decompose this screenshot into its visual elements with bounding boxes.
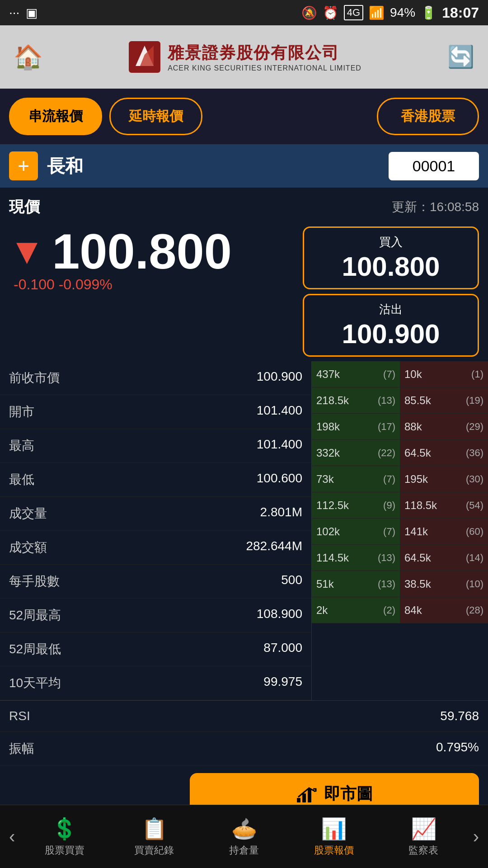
sell-label: 沽出: [313, 302, 469, 317]
logo-main-text: 雅景證券股份有限公司: [168, 42, 339, 64]
nav-item-positions[interactable]: 🥧 持倉量: [199, 816, 289, 857]
stock-name-row: + 長和: [0, 144, 488, 188]
trade-label: 股票買賣: [45, 844, 84, 857]
ob-row-3: 198k (17) 88k (29): [312, 414, 488, 440]
down-arrow-icon: ▼: [9, 233, 45, 269]
delayed-tab[interactable]: 延時報價: [109, 98, 202, 135]
ob-ask-10: 84k (28): [400, 597, 488, 623]
header: 🏠 雅景證券股份有限公司 ACER KING SECURITIES INTERN…: [0, 25, 488, 89]
ob-bid-4: 332k (22): [312, 440, 400, 466]
logo-svg-icon: [129, 41, 160, 73]
battery-icon: 🔋: [421, 5, 436, 20]
stat-prev-close: 前收市價 100.900: [0, 361, 311, 395]
nav-item-records[interactable]: 📋 買賣紀錄: [109, 816, 199, 857]
ob-row-1: 437k (7) 10k (1): [312, 361, 488, 387]
watchlist-icon: 📈: [411, 816, 436, 841]
chart-icon: [296, 785, 317, 803]
current-price-label: 現價: [9, 197, 40, 217]
nav-item-trade[interactable]: 💲 股票買賣: [19, 816, 109, 857]
positions-label: 持倉量: [229, 844, 259, 857]
quotes-icon: 📊: [321, 816, 347, 841]
ob-ask-9: 38.5k (10): [400, 571, 488, 597]
status-bar: ··· ▣ 🔕 ⏰ 4G 📶 94% 🔋 18:07: [0, 0, 488, 25]
ob-ask-7: 141k (60): [400, 519, 488, 544]
buy-price-value: 100.800: [313, 252, 469, 282]
vibration-row: 振幅 0.795%: [0, 732, 488, 766]
stock-code-input[interactable]: [389, 152, 479, 180]
ob-bid-8: 114.5k (13): [312, 545, 400, 571]
stock-name-label: 長和: [47, 154, 380, 179]
home-button[interactable]: 🏠: [14, 43, 43, 71]
ob-bid-1: 437k (7): [312, 361, 400, 387]
nav-item-quotes[interactable]: 📊 股票報價: [289, 816, 379, 857]
price-section: 現價 更新：16:08:58 ▼ 100.800 -0.100 -0.099% …: [0, 188, 488, 361]
price-main-row: ▼ 100.800 -0.100 -0.099% 買入 100.800 沽出 1…: [9, 222, 479, 361]
rsi-value: 59.768: [440, 709, 479, 723]
alarm-icon: ⏰: [323, 5, 338, 20]
rsi-label: RSI: [9, 709, 30, 723]
nav-item-watchlist[interactable]: 📈 監察表: [379, 816, 469, 857]
network-icon: 4G: [344, 5, 363, 20]
stat-volume: 成交量 2.801M: [0, 497, 311, 531]
ob-bid-7: 102k (7): [312, 519, 400, 544]
status-bar-left-icons: ··· ▣: [9, 5, 38, 20]
ob-ask-4: 64.5k (36): [400, 440, 488, 466]
ob-ask-1: 10k (1): [400, 361, 488, 387]
vibration-label: 振幅: [9, 740, 34, 757]
records-label: 買賣紀錄: [134, 844, 174, 857]
buy-box[interactable]: 買入 100.800: [303, 226, 479, 289]
ob-row-9: 51k (13) 38.5k (10): [312, 571, 488, 597]
refresh-button[interactable]: 🔄: [447, 44, 474, 70]
ob-row-10: 2k (2) 84k (28): [312, 597, 488, 623]
ob-bid-5: 73k (7): [312, 466, 400, 492]
vibration-value: 0.795%: [436, 740, 479, 757]
logo-area: 雅景證券股份有限公司 ACER KING SECURITIES INTERNAT…: [43, 41, 447, 73]
vibrate-icon: 🔕: [301, 5, 317, 20]
quotes-label: 股票報價: [314, 844, 354, 857]
stat-52w-low: 52周最低 87.000: [0, 632, 311, 666]
buy-sell-column: 買入 100.800 沽出 100.900: [303, 226, 479, 357]
sell-price-value: 100.900: [313, 319, 469, 349]
ob-ask-8: 64.5k (14): [400, 545, 488, 571]
ob-bid-3: 198k (17): [312, 414, 400, 439]
ob-ask-3: 88k (29): [400, 414, 488, 439]
rsi-row: RSI 59.768: [0, 701, 488, 732]
stat-lot-size: 每手股數 500: [0, 565, 311, 599]
ob-row-6: 112.5k (9) 118.5k (54): [312, 492, 488, 519]
battery-text: 94%: [390, 5, 415, 20]
nav-right-arrow[interactable]: ›: [469, 826, 483, 847]
ob-bid-9: 51k (13): [312, 571, 400, 597]
time-display: 18:07: [442, 5, 479, 21]
signal-icon: 📶: [369, 5, 385, 20]
ob-row-8: 114.5k (13) 64.5k (14): [312, 545, 488, 571]
ob-bid-6: 112.5k (9): [312, 492, 400, 518]
more-icon: ···: [9, 5, 19, 20]
price-arrow-row: ▼ 100.800: [9, 226, 303, 276]
records-icon: 📋: [141, 816, 167, 841]
logo-sub-text: ACER KING SECURITIES INTERNATIONAL LIMIT…: [168, 64, 361, 72]
logo-text-block: 雅景證券股份有限公司 ACER KING SECURITIES INTERNAT…: [168, 42, 361, 72]
image-icon: ▣: [26, 5, 38, 20]
market-tab[interactable]: 香港股票: [377, 98, 479, 135]
svg-rect-3: [297, 798, 300, 802]
update-time: 更新：16:08:58: [392, 198, 479, 216]
main-data-grid: 前收市價 100.900 開市 101.400 最高 101.400 最低 10…: [0, 361, 488, 700]
svg-rect-5: [308, 789, 311, 802]
ob-ask-5: 195k (30): [400, 466, 488, 492]
order-book-column: 437k (7) 10k (1) 218.5k (13) 85.5k (19) …: [312, 361, 488, 700]
tabs-row: 串流報價 延時報價 香港股票: [0, 89, 488, 144]
stat-10d-avg: 10天平均 99.975: [0, 666, 311, 700]
main-price-value: 100.800: [52, 226, 232, 276]
chart-button-label: 即市圖: [324, 783, 373, 805]
streaming-tab[interactable]: 串流報價: [9, 98, 102, 135]
extra-stats-section: RSI 59.768 振幅 0.795%: [0, 700, 488, 766]
ob-row-7: 102k (7) 141k (60): [312, 519, 488, 545]
nav-left-arrow[interactable]: ‹: [5, 826, 19, 847]
stat-low: 最低 100.600: [0, 463, 311, 497]
add-watchlist-button[interactable]: +: [9, 151, 38, 180]
price-header: 現價 更新：16:08:58: [9, 192, 479, 222]
sell-box[interactable]: 沽出 100.900: [303, 294, 479, 357]
stat-52w-high: 52周最高 108.900: [0, 599, 311, 632]
stat-turnover: 成交額 282.644M: [0, 531, 311, 565]
ob-ask-6: 118.5k (54): [400, 492, 488, 518]
